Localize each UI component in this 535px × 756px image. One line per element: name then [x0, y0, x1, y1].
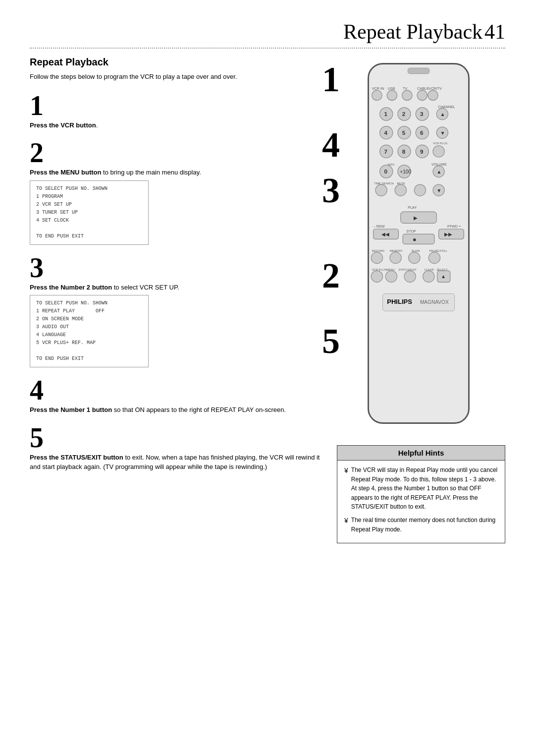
svg-point-71 — [409, 252, 420, 263]
page-number: 41 — [484, 20, 505, 43]
hint-bullet-1: ¥ — [344, 465, 348, 512]
svg-point-72 — [428, 252, 440, 263]
page-container: Repeat Playback 41 Repeat Playback Follo… — [0, 0, 535, 756]
svg-text:3: 3 — [420, 111, 424, 117]
svg-text:PHILIPS: PHILIPS — [387, 298, 412, 305]
svg-text:+100: +100 — [400, 169, 411, 174]
svg-text:8: 8 — [402, 148, 406, 155]
helpful-hints-title: Helpful Hints — [337, 446, 505, 461]
svg-point-7 — [387, 90, 397, 100]
svg-text:MAGNAVOX: MAGNAVOX — [420, 299, 449, 305]
step-1: 1 Press the VCR button. — [30, 92, 322, 130]
hint-bullet-2: ¥ — [344, 516, 348, 534]
svg-text:– REW: – REW — [374, 224, 385, 229]
step-2: 2 Press the MENU button to bring up the … — [30, 139, 322, 245]
step-2-text: Press the MENU button to bring up the ma… — [30, 168, 322, 177]
svg-text:TIME SEARCH: TIME SEARCH — [374, 182, 394, 185]
step-1-number: 1 — [30, 92, 322, 119]
step-3: 3 Press the Number 2 button to select VC… — [30, 254, 322, 368]
svg-point-74 — [371, 271, 382, 282]
remote-area: 1 4 3 2 5 VCR IN USB TV CA — [337, 57, 505, 430]
step-2-menu: TO SELECT PUSH NO. SHOWN 1 PROGRAM 2 VCR… — [30, 180, 149, 245]
svg-text:◀◀: ◀◀ — [381, 232, 389, 237]
svg-text:FFWD +: FFWD + — [447, 224, 461, 229]
step-2-number: 2 — [30, 139, 322, 167]
page-title-area: Repeat Playback 41 — [30, 20, 505, 44]
svg-text:VCR PLUS: VCR PLUS — [433, 142, 447, 145]
svg-text:▼: ▼ — [436, 188, 441, 193]
svg-rect-1 — [408, 68, 429, 74]
svg-point-70 — [390, 252, 401, 263]
helpful-hints-body: ¥ The VCR will stay in Repeat Play mode … — [337, 461, 505, 543]
right-column: 1 4 3 2 5 VCR IN USB TV CA — [337, 57, 505, 543]
svg-rect-61 — [403, 234, 434, 244]
page-title: Repeat Playback — [343, 20, 482, 43]
hint-text-2: The real time counter memory does not fu… — [351, 516, 498, 534]
step-5-text: Press the STATUS/EXIT button to exit. No… — [30, 453, 322, 472]
big-num-2: 2 — [322, 258, 340, 293]
svg-point-69 — [371, 252, 382, 263]
remote-control-svg: VCR IN USB TV CABLE VCR/TV 1 2 — [347, 57, 490, 430]
svg-text:PLAY: PLAY — [408, 205, 417, 210]
svg-text:4: 4 — [384, 129, 387, 136]
svg-point-49 — [395, 184, 406, 196]
svg-text:▲: ▲ — [440, 112, 445, 117]
big-num-3: 3 — [322, 173, 340, 208]
svg-text:PAUSE/STILL: PAUSE/STILL — [429, 249, 448, 252]
svg-point-79 — [385, 271, 397, 282]
svg-text:1: 1 — [384, 111, 387, 117]
step-3-number: 3 — [30, 254, 322, 282]
svg-point-48 — [375, 184, 387, 196]
svg-text:▶▶: ▶▶ — [444, 232, 452, 237]
step-1-text: Press the VCR button. — [30, 120, 322, 130]
svg-text:▶: ▶ — [414, 215, 418, 221]
left-column: Repeat Playback Follow the steps below t… — [30, 57, 322, 543]
svg-text:9: 9 — [420, 148, 424, 155]
svg-point-50 — [414, 184, 426, 196]
svg-rect-54 — [401, 212, 437, 223]
svg-text:▲: ▲ — [436, 169, 441, 174]
svg-text:VCR IN: VCR IN — [372, 86, 384, 91]
svg-point-6 — [372, 90, 382, 100]
main-layout: Repeat Playback Follow the steps below t… — [30, 57, 505, 543]
hint-item-2: ¥ The real time counter memory does not … — [344, 516, 498, 534]
big-step-labels: 1 4 3 2 5 — [322, 61, 340, 359]
step-5: 5 Press the STATUS/EXIT button to exit. … — [30, 424, 322, 472]
svg-text:▲: ▲ — [441, 274, 446, 279]
big-num-5: 5 — [322, 323, 340, 359]
big-num-1: 1 — [322, 61, 340, 97]
big-num-4: 4 — [322, 127, 340, 163]
step-3-menu: TO SELECT PUSH NO. SHOWN 1 REPEAT PLAY O… — [30, 295, 149, 367]
helpful-hints-box: Helpful Hints ¥ The VCR will stay in Rep… — [337, 445, 505, 543]
section-divider — [30, 48, 505, 49]
svg-text:6: 6 — [420, 129, 424, 136]
step-3-text: Press the Number 2 button to select VCR … — [30, 283, 322, 292]
hint-item-1: ¥ The VCR will stay in Repeat Play mode … — [344, 465, 498, 512]
step-5-number: 5 — [30, 424, 322, 452]
svg-text:VCR/TV: VCR/TV — [428, 86, 442, 91]
svg-point-11 — [428, 90, 438, 100]
svg-point-8 — [402, 90, 412, 100]
svg-text:0: 0 — [384, 168, 387, 174]
svg-point-37 — [433, 146, 444, 157]
svg-text:2: 2 — [402, 111, 405, 117]
step-4: 4 Press the Number 1 button so that ON a… — [30, 376, 322, 415]
section-heading: Repeat Playback — [30, 57, 322, 68]
svg-text:CABLE: CABLE — [417, 86, 429, 91]
svg-text:7: 7 — [384, 148, 387, 155]
step-4-number: 4 — [30, 376, 322, 404]
svg-point-80 — [404, 271, 416, 282]
svg-text:VCR PLUS: VCR PLUS — [372, 268, 386, 271]
step-4-text: Press the Number 1 button so that ON app… — [30, 405, 322, 415]
svg-text:5: 5 — [402, 129, 406, 136]
svg-text:■: ■ — [413, 237, 416, 242]
svg-text:STOP: STOP — [406, 229, 416, 233]
hint-text-1: The VCR will stay in Repeat Play mode un… — [351, 465, 498, 512]
svg-point-9 — [417, 90, 427, 100]
svg-text:▼: ▼ — [440, 130, 445, 136]
svg-text:STATUS/EXIT: STATUS/EXIT — [398, 268, 417, 271]
svg-text:USB: USB — [388, 86, 395, 91]
svg-text:TV: TV — [403, 86, 407, 91]
section-intro: Follow the steps below to program the VC… — [30, 72, 322, 82]
svg-point-81 — [423, 271, 434, 282]
